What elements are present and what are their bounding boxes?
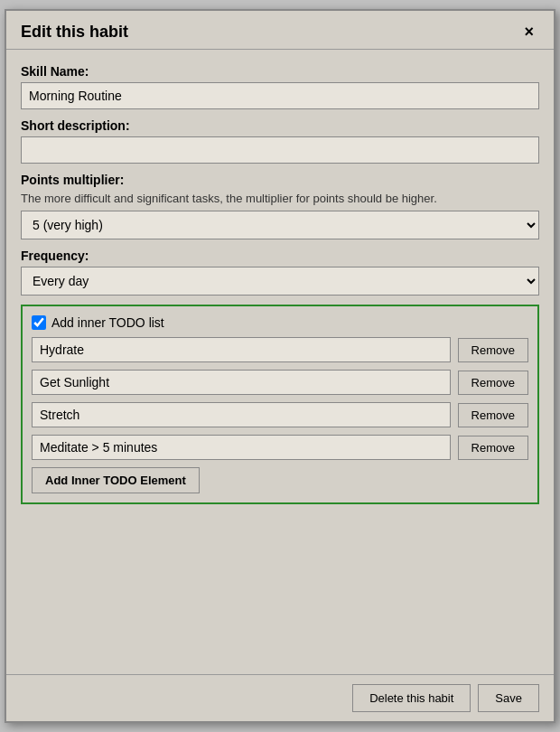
add-todo-checkbox[interactable] <box>32 315 46 330</box>
short-description-field: Short description: <box>21 118 539 164</box>
edit-habit-dialog: Edit this habit × Skill Name: Short desc… <box>5 9 555 723</box>
todo-section: Add inner TODO list Remove Remove Remove… <box>21 305 539 504</box>
points-multiplier-label: Points multiplier: <box>21 173 539 187</box>
remove-button-0[interactable]: Remove <box>458 338 528 362</box>
skill-name-label: Skill Name: <box>21 64 539 79</box>
todo-item-row: Remove <box>32 337 528 362</box>
short-description-input[interactable] <box>21 136 539 164</box>
frequency-field: Frequency: Every day Every week Every mo… <box>21 249 539 296</box>
todo-item-input-0[interactable] <box>32 337 451 362</box>
skill-name-field: Skill Name: <box>21 64 539 109</box>
points-multiplier-select[interactable]: 1 (very low) 2 (low) 3 (medium) 4 (high)… <box>21 211 539 239</box>
remove-button-1[interactable]: Remove <box>458 371 528 395</box>
todo-item-input-3[interactable] <box>32 435 451 460</box>
todo-item-row: Remove <box>32 402 528 427</box>
todo-header-label: Add inner TODO list <box>51 315 164 330</box>
points-multiplier-description: The more difficult and significant tasks… <box>21 191 539 207</box>
short-description-label: Short description: <box>21 118 539 133</box>
delete-habit-button[interactable]: Delete this habit <box>352 684 471 712</box>
dialog-footer: Delete this habit Save <box>6 674 554 721</box>
dialog-body: Skill Name: Short description: Points mu… <box>6 50 554 674</box>
remove-button-2[interactable]: Remove <box>458 403 528 427</box>
points-multiplier-field: Points multiplier: The more difficult an… <box>21 173 539 239</box>
remove-button-3[interactable]: Remove <box>458 436 528 460</box>
frequency-select[interactable]: Every day Every week Every month <box>21 267 539 296</box>
close-button[interactable]: × <box>518 22 539 42</box>
skill-name-input[interactable] <box>21 82 539 109</box>
todo-item-input-2[interactable] <box>32 402 451 427</box>
save-button[interactable]: Save <box>478 684 539 712</box>
frequency-label: Frequency: <box>21 249 539 263</box>
dialog-header: Edit this habit × <box>6 11 554 50</box>
todo-item-row: Remove <box>32 370 528 395</box>
add-inner-todo-button[interactable]: Add Inner TODO Element <box>32 467 200 493</box>
todo-item-input-1[interactable] <box>32 370 451 395</box>
dialog-title: Edit this habit <box>21 23 128 42</box>
todo-section-header: Add inner TODO list <box>32 315 528 330</box>
todo-item-row: Remove <box>32 435 528 460</box>
